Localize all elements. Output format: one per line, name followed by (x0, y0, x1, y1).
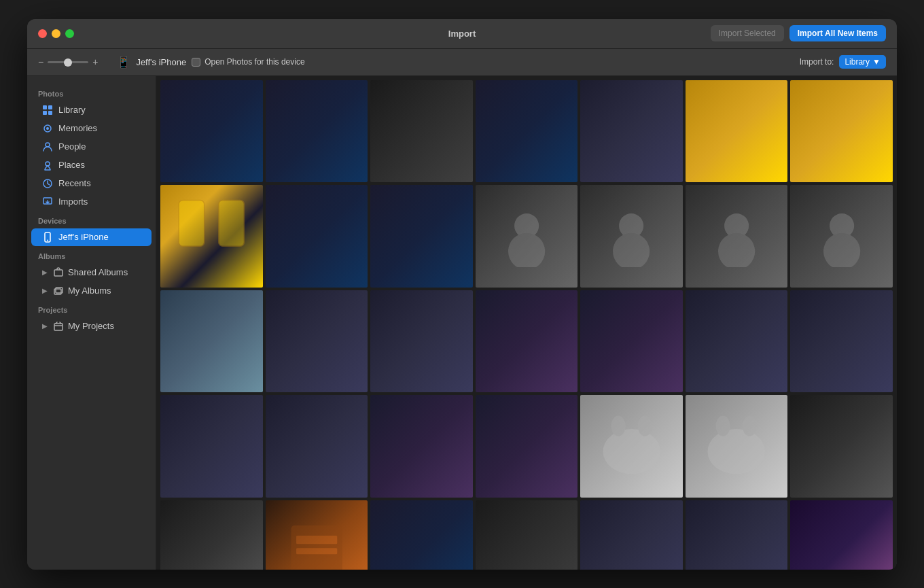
photo-cell[interactable] (370, 290, 473, 393)
import-selected-button[interactable]: Import Selected (711, 25, 784, 41)
svg-point-23 (718, 233, 755, 267)
devices-section-label: Devices (27, 211, 156, 228)
import-all-button[interactable]: Import All New Items (789, 25, 886, 41)
photo-cell[interactable] (266, 290, 368, 393)
photo-cell[interactable] (160, 395, 263, 498)
photo-cell[interactable] (476, 185, 578, 288)
photo-cell[interactable] (686, 500, 788, 570)
device-name-label: Jeff's iPhone (136, 57, 186, 67)
device-info: 📱 Jeff's iPhone Open Photos for this dev… (117, 56, 304, 69)
photo-grid-container[interactable] (156, 76, 897, 570)
photos-section-label: Photos (27, 84, 156, 101)
open-photos-option: Open Photos for this device (192, 57, 304, 67)
sidebar-item-people[interactable]: People (31, 138, 152, 156)
photo-cell[interactable] (370, 395, 473, 498)
svg-point-25 (823, 233, 860, 267)
import-to-value: Library (845, 57, 870, 67)
photo-cell[interactable] (790, 185, 893, 288)
svg-point-11 (47, 239, 48, 241)
projects-section-label: Projects (27, 300, 156, 317)
photo-cell[interactable] (266, 185, 368, 288)
sidebar-item-iphone-label: Jeff's iPhone (58, 232, 109, 242)
photo-cell[interactable] (686, 395, 788, 498)
photo-grid (160, 80, 893, 570)
my-albums-chevron-icon: ▶ (42, 287, 48, 294)
recents-icon (42, 178, 53, 189)
svg-rect-16 (179, 201, 205, 247)
photo-cell[interactable] (476, 80, 578, 183)
zoom-in-icon[interactable]: + (92, 56, 98, 67)
photo-cell[interactable] (790, 290, 893, 393)
sidebar-item-memories[interactable]: Memories (31, 120, 152, 137)
sidebar-group-my-projects[interactable]: ▶ My Projects (31, 317, 152, 335)
sidebar-group-shared-albums[interactable]: ▶ Shared Albums (31, 264, 152, 281)
sidebar-item-people-label: People (58, 141, 86, 152)
svg-point-28 (611, 415, 625, 436)
photo-cell[interactable] (160, 80, 263, 183)
photo-cell[interactable] (160, 185, 263, 288)
sidebar-item-recents[interactable]: Recents (31, 175, 152, 192)
sidebar-item-recents-label: Recents (58, 178, 91, 188)
photo-cell[interactable] (580, 290, 683, 393)
import-to-dropdown[interactable]: Library ▼ (839, 55, 886, 69)
svg-point-7 (46, 162, 50, 166)
sidebar-item-library-label: Library (58, 105, 86, 115)
imports-icon (42, 196, 53, 207)
phone-icon: 📱 (117, 56, 130, 69)
sidebar-item-imports[interactable]: Imports (31, 193, 152, 211)
sidebar-group-my-albums[interactable]: ▶ My Albums (31, 282, 152, 300)
svg-point-33 (743, 415, 757, 436)
main-content: Photos Library (27, 76, 897, 570)
photo-cell[interactable] (370, 80, 473, 183)
photo-cell[interactable] (266, 395, 368, 498)
photo-cell[interactable] (476, 290, 578, 393)
window-title: Import (448, 29, 476, 39)
photo-cell[interactable] (370, 185, 473, 288)
photo-cell[interactable] (160, 290, 263, 393)
sidebar: Photos Library (27, 76, 156, 570)
svg-point-26 (603, 429, 660, 474)
iphone-device-icon (42, 232, 53, 243)
photo-cell[interactable] (686, 185, 788, 288)
photo-cell[interactable] (686, 290, 788, 393)
zoom-slider[interactable] (48, 61, 88, 63)
zoom-thumb (64, 58, 72, 67)
shared-albums-chevron-icon: ▶ (42, 269, 48, 276)
sidebar-item-memories-label: Memories (58, 123, 97, 133)
photo-cell[interactable] (266, 500, 368, 570)
sidebar-item-places[interactable]: Places (31, 156, 152, 174)
photo-cell[interactable] (580, 185, 683, 288)
sidebar-item-library[interactable]: Library (31, 101, 152, 119)
app-window: Import Import Selected Import All New It… (27, 19, 897, 570)
photo-cell[interactable] (476, 500, 578, 570)
svg-rect-17 (219, 201, 245, 247)
svg-point-29 (638, 415, 652, 436)
photo-cell[interactable] (790, 80, 893, 183)
minimize-button[interactable] (52, 29, 60, 38)
svg-point-32 (716, 415, 730, 436)
my-projects-icon (53, 321, 64, 332)
svg-rect-1 (48, 105, 52, 109)
photo-cell[interactable] (580, 80, 683, 183)
sidebar-item-iphone[interactable]: Jeff's iPhone (31, 228, 152, 246)
svg-point-21 (613, 233, 650, 267)
open-photos-checkbox[interactable] (192, 58, 200, 67)
sidebar-item-places-label: Places (58, 160, 85, 170)
svg-rect-3 (48, 111, 52, 115)
svg-rect-36 (296, 549, 337, 555)
close-button[interactable] (38, 29, 47, 38)
photo-cell[interactable] (790, 500, 893, 570)
photo-cell[interactable] (790, 395, 893, 498)
zoom-out-icon[interactable]: − (38, 56, 43, 67)
photo-cell[interactable] (160, 500, 263, 570)
title-bar: Import Import Selected Import All New It… (27, 19, 897, 49)
photo-cell[interactable] (580, 500, 683, 570)
my-projects-label: My Projects (68, 321, 114, 331)
photo-cell[interactable] (686, 80, 788, 183)
photo-cell[interactable] (580, 395, 683, 498)
photo-cell[interactable] (266, 80, 368, 183)
fullscreen-button[interactable] (65, 29, 74, 38)
photo-cell[interactable] (370, 500, 473, 570)
photo-cell[interactable] (476, 395, 578, 498)
people-icon (42, 141, 53, 152)
